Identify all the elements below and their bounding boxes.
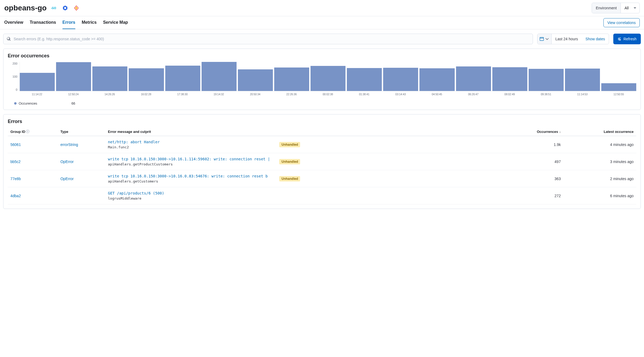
error-type-link[interactable]: OpError [60, 160, 74, 164]
refresh-button[interactable]: Refresh [613, 34, 641, 44]
tab-overview[interactable]: Overview [4, 16, 23, 29]
occurrences-value: 497 [503, 153, 563, 170]
chart-bar[interactable] [492, 67, 527, 91]
col-occurrences[interactable]: Occurrences↓ [503, 128, 563, 136]
environment-label: Environment [592, 3, 621, 13]
refresh-icon [618, 37, 621, 41]
latest-value: 6 minutes ago [563, 187, 636, 204]
occurrences-value: 272 [503, 187, 563, 204]
help-icon[interactable]: ? [26, 130, 29, 133]
cloud-icon [73, 5, 79, 11]
search-box[interactable] [3, 34, 533, 44]
legend-value: 66 [71, 101, 75, 105]
unhandled-badge: Unhandled [279, 159, 300, 164]
error-message-link[interactable]: write tcp 10.16.0.150:3000->10.16.0.83:5… [108, 174, 275, 178]
group-id-link[interactable]: bb5c2 [10, 160, 21, 164]
chart-x-axis: 11:14:2212:50:2414:26:2616:02:2817:38:30… [19, 93, 636, 96]
svg-marker-4 [75, 7, 77, 9]
svg-text:-GO: -GO [51, 7, 56, 10]
chart-bar[interactable] [456, 66, 491, 91]
errors-table-panel: Errors Group ID? Type Error message and … [3, 114, 641, 209]
col-group-id[interactable]: Group ID? [8, 128, 58, 136]
chart-bar[interactable] [565, 69, 600, 91]
error-culprit: Main.func2 [108, 145, 275, 149]
col-message[interactable]: Error message and culprit [105, 128, 503, 136]
view-correlations-button[interactable]: View correlations [603, 18, 640, 27]
calendar-icon[interactable] [537, 34, 552, 44]
chart-bars[interactable] [19, 62, 636, 91]
svg-point-2 [64, 7, 66, 9]
occurrences-value: 363 [503, 170, 563, 187]
environment-value: All [621, 6, 639, 10]
date-range-text: Last 24 hours [552, 37, 582, 41]
errors-panel-title: Errors [8, 119, 636, 124]
col-latest[interactable]: Latest occurrence [563, 128, 636, 136]
search-icon [7, 37, 11, 41]
error-culprit: apiHandlers.getProductCustomers [108, 162, 275, 166]
chart-bar[interactable] [56, 62, 91, 91]
chart-bar[interactable] [383, 68, 418, 91]
chart-bar[interactable] [311, 66, 345, 91]
search-input[interactable] [14, 37, 529, 41]
unhandled-badge: Unhandled [279, 142, 300, 147]
error-message-link[interactable]: write tcp 10.16.0.150:3000->10.16.1.114:… [108, 157, 275, 161]
error-culprit: apiHandlers.getCustomers [108, 179, 275, 183]
service-name: opbeans-go [4, 4, 47, 12]
chart-bar[interactable] [274, 68, 309, 91]
unhandled-badge: Unhandled [279, 176, 300, 181]
legend-label: Occurences [19, 101, 37, 105]
latest-value: 2 minutes ago [563, 170, 636, 187]
refresh-label: Refresh [623, 37, 637, 41]
tab-metrics[interactable]: Metrics [82, 16, 97, 29]
table-row: bb5c2OpErrorwrite tcp 10.16.0.150:3000->… [8, 153, 636, 170]
show-dates-link[interactable]: Show dates [582, 37, 609, 41]
chart-bar[interactable] [92, 66, 127, 91]
chart-bar[interactable] [529, 69, 564, 91]
chart-bar[interactable] [165, 66, 200, 91]
sort-desc-icon: ↓ [559, 130, 561, 134]
errors-table: Group ID? Type Error message and culprit… [8, 128, 636, 204]
group-id-link[interactable]: 4dba2 [10, 194, 21, 198]
error-message-link[interactable]: GET /api/products/6 (500) [108, 191, 300, 195]
group-id-link[interactable]: 77e8b [10, 177, 21, 181]
tab-errors[interactable]: Errors [62, 16, 75, 29]
occurrences-value: 1.9k [503, 136, 563, 153]
chevron-down-icon [545, 37, 549, 41]
error-culprit: logrusMiddleware [108, 196, 300, 200]
error-occurrences-panel: Error occurrences 2001000 11:14:2212:50:… [3, 49, 641, 110]
group-id-link[interactable]: 56061 [10, 142, 21, 147]
chart-bar[interactable] [347, 68, 382, 91]
tab-transactions[interactable]: Transactions [30, 16, 56, 29]
table-row: 77e8bOpErrorwrite tcp 10.16.0.150:3000->… [8, 170, 636, 187]
error-type-link[interactable]: OpError [60, 177, 74, 181]
chart-legend: Occurences 66 [8, 101, 636, 105]
latest-value: 4 minutes ago [563, 136, 636, 153]
chart-bar[interactable] [238, 69, 273, 91]
error-message-link[interactable]: net/http: abort Handler [108, 140, 275, 144]
svg-rect-5 [540, 37, 544, 41]
environment-select[interactable]: Environment All [592, 3, 640, 13]
chart-bar[interactable] [601, 83, 636, 91]
chart-bar[interactable] [129, 68, 164, 91]
chart-bar[interactable] [202, 62, 237, 91]
chart-bar[interactable] [419, 68, 454, 91]
panel-title: Error occurrences [8, 53, 636, 59]
col-type[interactable]: Type [58, 128, 105, 136]
chart-bar[interactable] [20, 73, 55, 91]
chart-y-axis: 2001000 [8, 62, 19, 91]
legend-dot [14, 102, 17, 105]
tab-service-map[interactable]: Service Map [103, 16, 128, 29]
table-row: 4dba2GET /api/products/6 (500)logrusMidd… [8, 187, 636, 204]
kubernetes-icon [62, 5, 68, 11]
table-row: 56061errorStringnet/http: abort HandlerM… [8, 136, 636, 153]
error-type-link[interactable]: errorString [60, 142, 78, 147]
go-icon: -GO [51, 5, 57, 11]
latest-value: 3 minutes ago [563, 153, 636, 170]
date-range-picker[interactable]: Last 24 hours Show dates [537, 34, 609, 44]
